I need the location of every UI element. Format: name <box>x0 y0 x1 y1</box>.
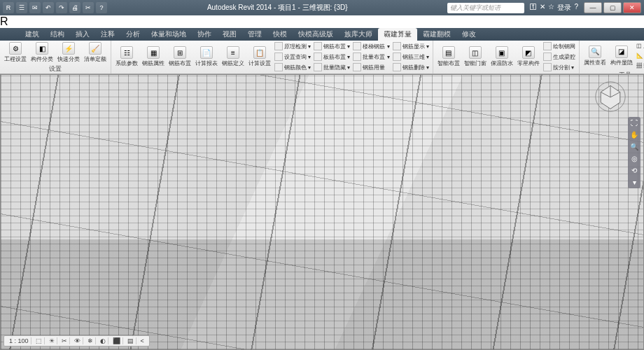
check-icon <box>274 42 283 50</box>
slab-rebar-button[interactable]: 板筋布置 ▾ <box>313 52 351 62</box>
scale-selector[interactable]: 1 : 100 <box>7 337 31 344</box>
delete-icon <box>393 63 401 71</box>
shadows-button[interactable]: ⬛ <box>111 337 123 344</box>
system-params-button[interactable]: ☷系统参数 <box>114 46 139 68</box>
rebar-layout-button[interactable]: ⊞钢筋布置 <box>167 46 192 68</box>
qat-save[interactable]: ✉ <box>29 2 41 13</box>
insulation-button[interactable]: ▣保温防水 <box>489 46 514 68</box>
revit-logo[interactable]: R <box>0 15 644 28</box>
pan-icon[interactable]: ✋ <box>630 131 638 139</box>
rebar-structure-model <box>1 75 643 349</box>
signin-button[interactable]: 登录 <box>557 3 571 13</box>
smart-layout-button[interactable]: ▤智能布置 <box>436 46 461 68</box>
qat-redo[interactable]: ↷ <box>56 2 67 13</box>
bill-quota-button[interactable]: 🧹清单定额 <box>83 41 108 64</box>
show-hidden-button[interactable]: 👁 <box>72 337 83 344</box>
draw-mesh-button[interactable]: 绘制钢网 <box>542 41 576 51</box>
temporary-hide-button[interactable]: ❄ <box>85 337 96 344</box>
rebar-props-button[interactable]: ▦钢筋属性 <box>141 46 166 68</box>
reveal-button[interactable]: < <box>139 337 146 344</box>
show-component-button[interactable]: ◫ 显示构件 <box>636 41 644 50</box>
fullnav-icon[interactable]: ⛶ <box>631 119 638 127</box>
rebar-delete-button[interactable]: 钢筋删除 ▾ <box>392 62 430 72</box>
tab-view[interactable]: 视图 <box>217 28 242 41</box>
project-settings-button[interactable]: ⚙工程设置 <box>3 41 28 64</box>
rebar-usage-button[interactable]: 钢筋用量 <box>352 62 390 72</box>
prop-view-button[interactable]: 🔍属性查看 <box>582 45 608 67</box>
orbit-icon[interactable]: ◎ <box>631 155 638 162</box>
rebar-color-button[interactable]: 钢筋颜色 ▾ <box>274 62 312 72</box>
search-input[interactable]: 键入关键字或短语 <box>447 3 524 13</box>
calc-report-button[interactable]: 📄计算报表 <box>194 46 219 68</box>
rebar-3d-button[interactable]: 钢筋三维 ▾ <box>392 52 430 62</box>
usage-icon <box>353 63 361 71</box>
close-button[interactable]: ✕ <box>623 2 641 13</box>
rebar-display-button[interactable]: 钢筋显示 ▾ <box>392 41 430 51</box>
tab-manage[interactable]: 管理 <box>242 28 267 41</box>
slab-icon <box>314 52 322 61</box>
tab-bajian-calc[interactable]: 霸建算量 <box>378 28 417 41</box>
subscription-icon[interactable]: ⚿ <box>530 3 537 13</box>
3d-viewport[interactable]: ⛶ ✋ 🔍 ◎ ⟲ ▾ 1 : 100 ⬚ ☀ ✂ 👁 ❄ ◐ ⬛ ▤ < <box>0 74 644 350</box>
favorite-icon[interactable]: ☆ <box>548 3 554 13</box>
layout2-icon <box>314 42 322 50</box>
batch-layout-button[interactable]: 批量布置 ▾ <box>352 52 390 62</box>
tab-quickmodel[interactable]: 快模 <box>267 28 293 41</box>
settings-query-button[interactable]: 设置查询 ▾ <box>274 52 312 62</box>
qat-print[interactable]: 🖨 <box>69 2 80 13</box>
tab-architecture[interactable]: 建筑 <box>20 28 45 41</box>
tab-collaborate[interactable]: 协作 <box>192 28 217 41</box>
beam-icon <box>543 52 552 61</box>
parts-icon: ◩ <box>522 46 535 59</box>
detail-level-button[interactable]: ⬚ <box>34 337 45 344</box>
tab-structure[interactable]: 结构 <box>45 28 70 41</box>
tab-annotate[interactable]: 注释 <box>95 28 120 41</box>
ribbon-tabs: 建筑 结构 插入 注释 分析 体量和场地 协作 视图 管理 快模 快模高级版 族… <box>0 28 644 41</box>
qat-undo[interactable]: ↶ <box>43 2 54 13</box>
calc-settings-button[interactable]: 📋计算设置 <box>247 46 272 68</box>
rebar-layout2-button[interactable]: 钢筋布置 ▾ <box>313 41 351 51</box>
hide-icon <box>314 63 322 71</box>
exchange-icon[interactable]: ✕ <box>540 3 545 13</box>
qat-cut[interactable]: ✂ <box>83 2 94 13</box>
navigation-bar: ⛶ ✋ 🔍 ◎ ⟲ ▾ <box>628 117 640 188</box>
ribbon: ⚙工程设置 ◧构件分类 ⚡快速分类 🧹清单定额 设置 ☷系统参数 ▦钢筋属性 ⊞… <box>0 41 644 74</box>
batch-hide-button[interactable]: 批量隐藏 ▾ <box>313 62 351 72</box>
mesh-icon: ▦ <box>147 46 160 59</box>
tab-family-master[interactable]: 族库大师 <box>339 28 378 41</box>
component-classify-button[interactable]: ◧构件分类 <box>29 41 55 64</box>
smart-door-button[interactable]: ◫智能门窗 <box>463 46 488 68</box>
nav-more-icon[interactable]: ▾ <box>633 178 636 186</box>
tab-insert[interactable]: 插入 <box>70 28 95 41</box>
render-button[interactable]: ▤ <box>125 337 136 344</box>
mesh2-icon <box>543 42 552 50</box>
visual-style-button[interactable]: ☀ <box>47 337 57 344</box>
tab-quickmodel-adv[interactable]: 快模高级版 <box>293 28 339 41</box>
rewind-icon[interactable]: ⟲ <box>631 167 637 174</box>
tab-massing[interactable]: 体量和场地 <box>146 28 192 41</box>
sun-path-button[interactable]: ◐ <box>98 337 108 344</box>
view-cube[interactable] <box>594 80 626 113</box>
help-icon[interactable]: ? <box>574 3 578 13</box>
app-menu-button[interactable]: R <box>3 2 14 13</box>
quick-classify-button[interactable]: ⚡快速分类 <box>56 41 81 64</box>
minimize-button[interactable]: — <box>584 2 602 13</box>
rebar-define-button[interactable]: ≡钢筋定义 <box>220 46 246 68</box>
principle-check-button[interactable]: 原理检测 ▾ <box>274 41 312 51</box>
palette-icon <box>274 63 283 71</box>
maximize-button[interactable]: ▢ <box>603 2 622 13</box>
tab-modify[interactable]: 修改 <box>456 28 482 41</box>
crop-button[interactable]: ✂ <box>59 337 70 344</box>
by-split2-button[interactable]: ▦ 按分割 ▾ <box>636 61 644 70</box>
tab-analyze[interactable]: 分析 <box>120 28 146 41</box>
zoom-icon[interactable]: 🔍 <box>630 143 638 150</box>
qat-help[interactable]: ? <box>96 2 107 13</box>
by-split-button[interactable]: 按分割 ▾ <box>542 62 576 72</box>
qat-open[interactable]: ☰ <box>16 2 27 13</box>
height-adjust-button[interactable]: 📐 高度调整 <box>636 51 644 60</box>
stair-rebar-button[interactable]: 楼梯钢筋 ▾ <box>352 41 390 51</box>
gen-beam-button[interactable]: 生成梁腔 <box>542 52 576 62</box>
misc-parts-button[interactable]: ◩零星构件 <box>516 46 541 68</box>
component-visibility-button[interactable]: ◪构件显隐 <box>609 45 634 67</box>
tab-bajian-model[interactable]: 霸建翻模 <box>417 28 456 41</box>
